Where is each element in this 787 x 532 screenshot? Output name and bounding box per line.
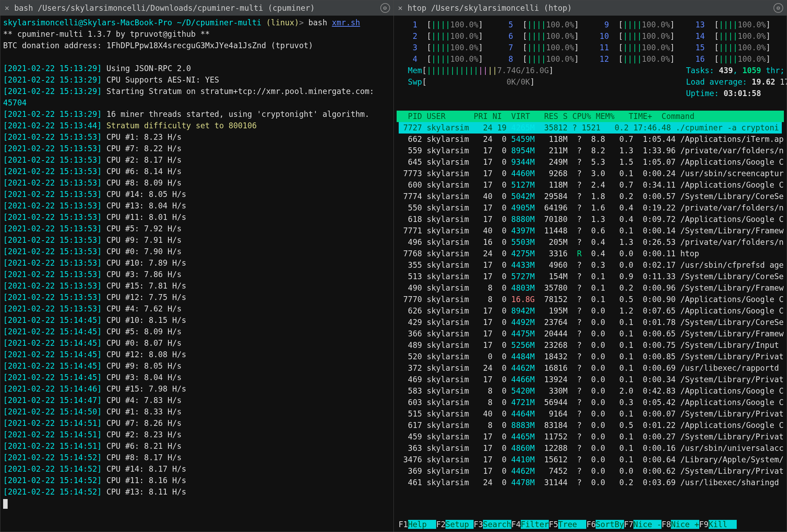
process-row[interactable]: 461 skylarsim 24 0 4478M 31144 ? 0.0 0.2…	[399, 477, 782, 488]
right-terminal-pane: × htop /Users/skylarsimoncelli (htop) ⊖ …	[394, 0, 787, 532]
process-row[interactable]: 520 skylarsim 0 0 4484M 18432 ? 0.0 0.1 …	[399, 351, 782, 362]
fkey-F4[interactable]: F4Filter	[511, 519, 549, 530]
process-row[interactable]: 7773 skylarsim 17 0 4460M 9268 ? 3.0 0.1…	[399, 168, 782, 179]
process-row[interactable]: 617 skylarsim 8 0 8883M 83184 ? 0.0 0.5 …	[399, 420, 782, 431]
process-row[interactable]: 600 skylarsim 17 0 5127M 118M ? 2.4 0.7 …	[399, 179, 782, 191]
close-icon[interactable]: ×	[397, 5, 404, 11]
process-row[interactable]: 459 skylarsim 17 0 4465M 11752 ? 0.0 0.1…	[399, 431, 782, 443]
tab-menu-icon[interactable]: ⊖	[773, 3, 783, 13]
process-row[interactable]: 7774 skylarsim 40 0 5042M 29584 ? 1.8 0.…	[399, 191, 782, 202]
tab-menu-icon[interactable]: ⊖	[380, 3, 390, 13]
htop-process-list[interactable]: 7727 skylarsim 24 19 4265M 35812 ? 1521 …	[397, 122, 784, 519]
fkey-F9[interactable]: F9Kill	[699, 519, 737, 530]
process-row[interactable]: 3476 skylarsim 17 0 4410M 15612 ? 0.0 0.…	[399, 454, 782, 465]
left-terminal[interactable]: skylarsimoncelli@Skylars-MacBook-Pro ~/D…	[0, 16, 394, 532]
process-row[interactable]: 626 skylarsim 17 0 8942M 195M ? 0.0 1.2 …	[399, 305, 782, 317]
process-row[interactable]: 645 skylarsim 17 0 9344M 249M ? 5.3 1.5 …	[399, 156, 782, 168]
process-row[interactable]: 496 skylarsim 16 0 5503M 205M ? 0.4 1.3 …	[399, 237, 782, 248]
htop-view[interactable]: 1 [||||100.0%] 2 [||||100.0%] 3 [||||100…	[394, 16, 787, 532]
process-row[interactable]: 550 skylarsim 17 0 4905M 64196 ? 1.6 0.4…	[399, 202, 782, 214]
left-terminal-pane: × bash /Users/skylarsimoncelli/Downloads…	[0, 0, 394, 532]
process-row[interactable]: 363 skylarsim 17 0 4860M 12288 ? 0.0 0.1…	[399, 443, 782, 454]
process-row[interactable]: 355 skylarsim 17 0 4433M 4960 ? 0.3 0.0 …	[399, 259, 782, 271]
process-row[interactable]: 583 skylarsim 8 0 5420M 330M ? 0.0 2.0 0…	[399, 385, 782, 397]
process-row[interactable]: 515 skylarsim 40 0 4464M 9164 ? 0.0 0.1 …	[399, 408, 782, 420]
fkey-F6[interactable]: F6SortBy	[586, 519, 624, 530]
left-tab-bar: × bash /Users/skylarsimoncelli/Downloads…	[0, 0, 394, 16]
process-row[interactable]: 366 skylarsim 17 0 4475M 20444 ? 0.0 0.1…	[399, 328, 782, 340]
process-row[interactable]: 372 skylarsim 24 0 4462M 16816 ? 0.0 0.1…	[399, 362, 782, 374]
fkey-F7[interactable]: F7Nice -	[624, 519, 661, 530]
process-row[interactable]: 369 skylarsim 17 0 4462M 7452 ? 0.0 0.0 …	[399, 465, 782, 477]
htop-function-keys[interactable]: F1Help F2Setup F3SearchF4FilterF5Tree F6…	[397, 519, 784, 530]
fkey-F5[interactable]: F5Tree	[549, 519, 586, 530]
process-row[interactable]: 429 skylarsim 17 0 4492M 23764 ? 0.0 0.1…	[399, 317, 782, 328]
process-row[interactable]: 662 skylarsim 24 0 5459M 118M ? 8.8 0.7 …	[399, 134, 782, 145]
right-tab-bar: × htop /Users/skylarsimoncelli (htop) ⊖	[394, 0, 787, 16]
fkey-F3[interactable]: F3Search	[474, 519, 511, 530]
process-row[interactable]: 603 skylarsim 8 0 4721M 56944 ? 0.0 0.3 …	[399, 397, 782, 408]
process-row[interactable]: 7727 skylarsim 24 19 4265M 35812 ? 1521 …	[399, 122, 782, 134]
process-row[interactable]: 618 skylarsim 17 0 8880M 70180 ? 1.3 0.4…	[399, 214, 782, 225]
close-icon[interactable]: ×	[4, 5, 10, 11]
fkey-F2[interactable]: F2Setup	[436, 519, 474, 530]
process-row[interactable]: 489 skylarsim 17 0 5256M 23268 ? 0.0 0.1…	[399, 340, 782, 351]
left-tab-title[interactable]: bash /Users/skylarsimoncelli/Downloads/c…	[14, 2, 376, 14]
right-tab-title[interactable]: htop /Users/skylarsimoncelli (htop)	[408, 2, 770, 14]
process-row[interactable]: 7768 skylarsim 24 0 4275M 3316 R 0.4 0.0…	[399, 248, 782, 259]
process-row[interactable]: 7771 skylarsim 40 0 4397M 11448 ? 0.6 0.…	[399, 225, 782, 237]
process-row[interactable]: 513 skylarsim 17 0 5727M 154M ? 0.1 0.9 …	[399, 271, 782, 282]
process-row[interactable]: 559 skylarsim 17 0 8954M 211M ? 8.2 1.3 …	[399, 145, 782, 156]
process-row[interactable]: 7770 skylarsim 8 0 16.8G 78152 ? 0.1 0.5…	[399, 294, 782, 305]
htop-meters: 1 [||||100.0%] 2 [||||100.0%] 3 [||||100…	[397, 17, 784, 111]
process-row[interactable]: 469 skylarsim 17 0 4466M 13924 ? 0.0 0.1…	[399, 374, 782, 385]
htop-process-header[interactable]: PID USER PRI NI VIRT RES S CPU% MEM% TIM…	[397, 111, 784, 122]
process-row[interactable]: 490 skylarsim 8 0 4803M 35780 ? 0.1 0.2 …	[399, 282, 782, 294]
fkey-F1[interactable]: F1Help	[399, 519, 436, 530]
fkey-F8[interactable]: F8Nice +	[661, 519, 699, 530]
